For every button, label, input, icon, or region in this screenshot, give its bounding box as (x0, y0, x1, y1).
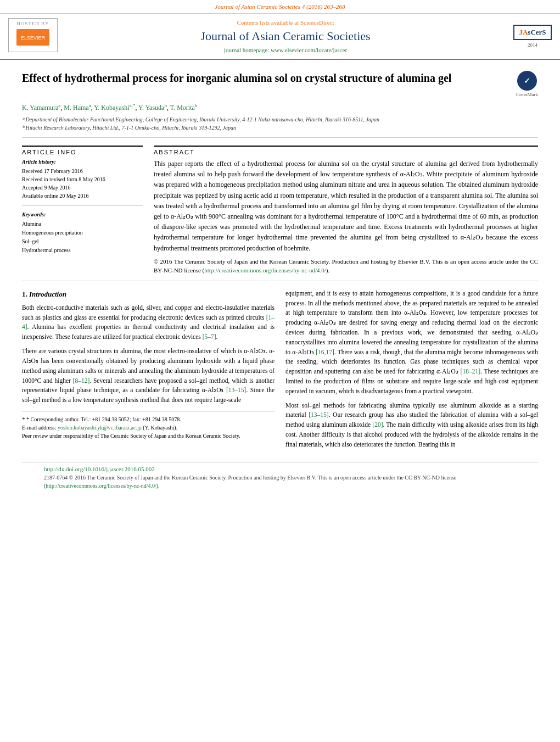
intro-paragraph-1: Both electro-conductive materials such a… (22, 303, 275, 342)
journal-homepage-line: journal homepage: www.elsevier.com/locat… (224, 47, 347, 53)
journal-header: HOSTED BY ELSEVIER Contents lists availa… (0, 14, 560, 60)
footnote-email-label: E-mail address: (22, 425, 56, 431)
accepted-date: Accepted 9 May 2016 (22, 183, 143, 192)
author-kobayashi: Y. Kobayashi (94, 104, 129, 111)
keyword-sol-gel: Sol–gel (22, 237, 143, 246)
abstract-column: ABSTRACT This paper reports the effect o… (154, 146, 538, 275)
elsevier-branding: HOSTED BY ELSEVIER (5, 18, 60, 54)
body-right-column: equipment, and it is easy to attain homo… (285, 289, 538, 454)
author-morita: T. Morita (170, 104, 195, 111)
keyword-homogeneous: Homogeneous precipitation (22, 228, 143, 237)
divider-1 (22, 137, 538, 138)
keywords-block: Keywords: Alumina Homogeneous precipitat… (22, 211, 143, 255)
main-body-section: 1. Introduction Both electro-conductive … (22, 289, 538, 454)
intro-title-text: Introduction (29, 290, 66, 298)
ref-16-17: [16,17] (316, 349, 334, 355)
info-abstract-section: ARTICLE INFO Article history: Received 1… (22, 146, 538, 275)
badge-scer: sCerS (528, 28, 546, 36)
svg-text:✓: ✓ (524, 77, 530, 85)
footnote-email-suffix: (Y. Kobayashi). (143, 425, 177, 431)
hosted-by-label: HOSTED BY (13, 21, 53, 26)
received-date: Received 17 February 2016 (22, 167, 143, 175)
svg-text:ELSEVIER: ELSEVIER (21, 35, 46, 41)
ref-13-15b: [13–15] (309, 411, 328, 418)
received-revised-date: Received in revised form 8 May 2016 (22, 175, 143, 183)
footnote-corresponding: * * Corresponding author. Tel.: +81 294 … (22, 415, 275, 424)
journal-badge-area: JAsCerS 2014 (511, 18, 555, 54)
right-paragraph-2: Most sol–gel methods for fabricating alu… (285, 401, 538, 450)
crossmark-area: ✓ CrossMark (516, 71, 538, 97)
homepage-url: www.elsevier.com/locate/jascer (271, 47, 347, 53)
ref-20: [20] (372, 421, 383, 428)
divider-2 (22, 281, 538, 281)
affiliation-a: ᵃ Department of Biomolecular Functional … (22, 115, 538, 124)
elsevier-logo-icon: ELSEVIER (14, 26, 52, 48)
ref-1-4: [1–4] (22, 314, 275, 331)
available-online-date: Available online 20 May 2016 (22, 192, 143, 200)
footnote-email-line: E-mail address: yoshio.kobayashi.yk@vc.i… (22, 423, 275, 432)
body-left-column: 1. Introduction Both electro-conductive … (22, 289, 275, 454)
article-history-block: Article history: Received 17 February 20… (22, 159, 143, 206)
article-body: Effect of hydrothermal process for inorg… (0, 60, 560, 499)
page-wrapper: Journal of Asian Ceramic Societies 4 (20… (0, 0, 560, 742)
article-history-label: Article history: (22, 159, 143, 165)
doi-line[interactable]: http://dx.doi.org/10.1016/j.jascer.2016.… (44, 466, 516, 472)
affiliations: ᵃ Department of Biomolecular Functional … (22, 115, 538, 132)
keywords-label: Keywords: (22, 211, 143, 217)
article-info-column: ARTICLE INFO Article history: Received 1… (22, 146, 143, 275)
journal-title: Journal of Asian Ceramic Societies (200, 29, 370, 43)
intro-paragraph-2: There are various crystal structures in … (22, 347, 275, 405)
author-yasuda: Y. Yasuda (138, 104, 164, 111)
intro-number: 1. (22, 290, 27, 298)
right-paragraph-1: equipment, and it is easy to attain homo… (285, 289, 538, 397)
sciencedirect-line: Contents lists available at ScienceDirec… (237, 19, 334, 26)
crossmark-label: CrossMark (516, 92, 538, 97)
crossmark-svg: ✓ (521, 75, 533, 87)
contents-available-text: Contents lists available at (237, 19, 299, 26)
keyword-alumina: Alumina (22, 220, 143, 228)
keyword-hydrothermal: Hydrothermal process (22, 246, 143, 255)
cc-license-link[interactable]: http://creativecommons.org/licenses/by-n… (204, 267, 326, 274)
footnote-email-address[interactable]: yoshio.kobayashi.yk@vc.ibaraki.ac.jp (58, 425, 142, 431)
affiliation-b: ᵇ Hitachi Research Laboratory, Hitachi L… (22, 124, 538, 132)
journal-header-center: Contents lists available at ScienceDirec… (66, 18, 505, 54)
ref-8-12: [8–12] (73, 377, 90, 384)
article-info-header: ARTICLE INFO (22, 146, 143, 155)
ref-13-15: [13–15] (226, 387, 246, 393)
crossmark-icon: ✓ (517, 71, 537, 91)
badge-year: 2014 (528, 42, 537, 48)
abstract-text: This paper reports the effect of a hydro… (154, 159, 538, 254)
intro-section-title: 1. Introduction (22, 289, 275, 300)
bottom-copyright-text: 2187-0764 © 2016 The Ceramic Society of … (44, 473, 516, 490)
author-hama: M. Hama (64, 104, 88, 111)
title-section: Effect of hydrothermal process for inorg… (22, 71, 538, 97)
abstract-copyright: © 2016 The Ceramic Society of Japan and … (154, 257, 538, 275)
bottom-bar: http://dx.doi.org/10.1016/j.jascer.2016.… (22, 462, 538, 493)
hosted-by-box: HOSTED BY ELSEVIER (8, 18, 58, 52)
ref-5-7: [5–7] (203, 333, 216, 340)
journal-reference: Journal of Asian Ceramic Societies 4 (20… (215, 3, 345, 10)
footnote-star-text: * Corresponding author. Tel.: +81 294 38… (26, 416, 181, 422)
journal-ref-bar: Journal of Asian Ceramic Societies 4 (20… (0, 0, 560, 14)
jascer-badge: JAsCerS (513, 25, 551, 40)
footnote-star: * (22, 416, 25, 422)
sciencedirect-name: ScienceDirect (300, 19, 334, 26)
homepage-label: journal homepage: (224, 47, 269, 53)
bottom-license-link[interactable]: http://creativecommons.org/licenses/by-n… (46, 483, 156, 489)
article-title: Effect of hydrothermal process for inorg… (22, 71, 511, 85)
ref-18-21: [18–21] (461, 368, 480, 375)
authors-line: K. Yamamuraa, M. Hamaa, Y. Kobayashia,*,… (22, 103, 538, 112)
author-yamamura: K. Yamamura (22, 104, 58, 111)
badge-ja: JA (519, 28, 528, 36)
footnote-section: * * Corresponding author. Tel.: +81 294 … (22, 411, 275, 440)
abstract-header: ABSTRACT (154, 146, 538, 155)
footnote-peer-review: Peer review under responsibility of The … (22, 432, 275, 440)
